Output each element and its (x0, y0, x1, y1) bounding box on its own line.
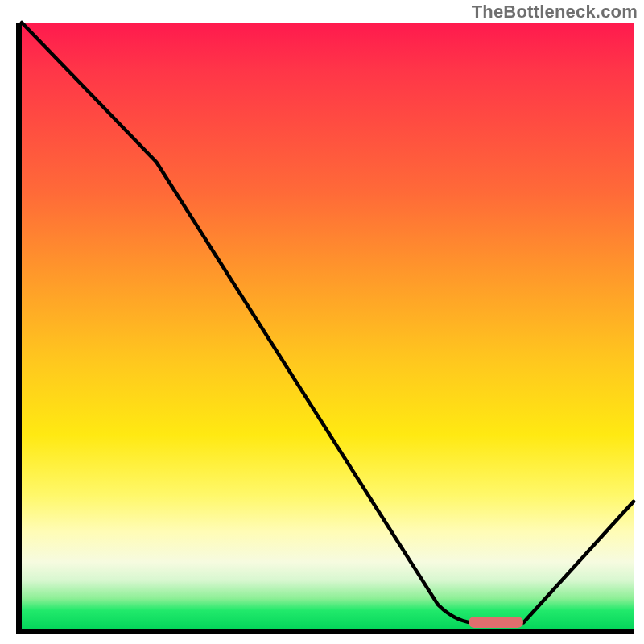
bottleneck-curve-path (22, 23, 634, 622)
bottleneck-curve (22, 23, 634, 629)
optimal-range-marker (469, 617, 523, 628)
chart-plot-area (16, 23, 634, 634)
watermark-text: TheBottleneck.com (472, 2, 638, 23)
